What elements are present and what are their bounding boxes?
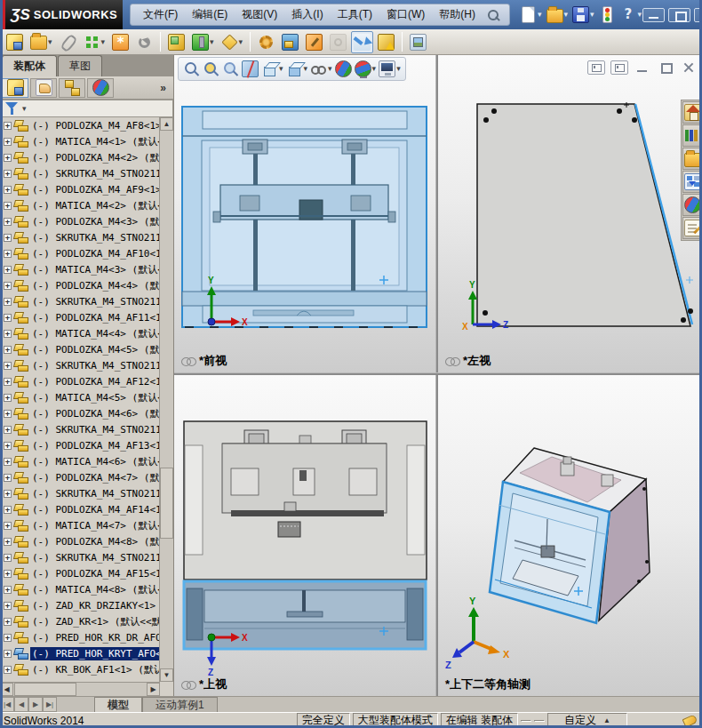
- expand-toggle[interactable]: +: [4, 618, 12, 626]
- help-button[interactable]: ▾: [619, 5, 643, 24]
- open-file-button[interactable]: ▾: [546, 6, 570, 24]
- expand-toggle[interactable]: +: [4, 266, 12, 274]
- propertymanager-tab-button[interactable]: [30, 78, 57, 98]
- dropdown-caret-icon[interactable]: ▾: [101, 38, 106, 46]
- section-view-button[interactable]: [242, 60, 259, 77]
- dropdown-caret-icon[interactable]: ▾: [279, 65, 283, 73]
- viewport-isometric[interactable]: Y X Z *上下二等角轴测: [438, 375, 702, 696]
- tree-item[interactable]: +(-) PODLOZKA_M4<3> (默认: [0, 213, 159, 229]
- expand-toggle[interactable]: +: [4, 458, 12, 466]
- dropdown-caret-icon[interactable]: ▾: [638, 11, 642, 19]
- interference-detection-button[interactable]: [255, 31, 277, 53]
- expand-toggle[interactable]: +: [4, 666, 12, 674]
- tree-item[interactable]: +(-) MATICA_M4<6> (默认<: [0, 453, 159, 469]
- expand-toggle[interactable]: +: [4, 442, 12, 450]
- expand-toggle[interactable]: +: [4, 138, 12, 146]
- viewport-splitter-vertical[interactable]: [435, 55, 438, 696]
- expand-toggle[interactable]: +: [4, 426, 12, 434]
- expand-toggle[interactable]: +: [4, 346, 12, 354]
- menu-item[interactable]: 视图(V): [235, 7, 284, 22]
- tree-item[interactable]: +(-) PRED_HOR_KR_DR_AFO<: [0, 629, 159, 645]
- previous-tab-button[interactable]: ◀: [14, 697, 28, 712]
- expand-toggle[interactable]: +: [4, 362, 12, 370]
- tree-item[interactable]: +(-) PODLOZKA_M4<7> (默认: [0, 469, 159, 485]
- tree-item[interactable]: +(-) PODLOZKA_M4_AF12<1>: [0, 373, 159, 389]
- custom-properties-button[interactable]: [682, 217, 702, 239]
- tree-item[interactable]: +(-) SKRUTKA_M4_STNO2114: [0, 229, 159, 245]
- expand-toggle[interactable]: +: [4, 122, 12, 130]
- tree-item[interactable]: +(-) MATICA_M4<3> (默认<: [0, 261, 159, 277]
- expand-toggle[interactable]: +: [4, 570, 12, 578]
- viewport-top[interactable]: X Z *上视: [174, 375, 435, 696]
- expand-toggle[interactable]: +: [4, 650, 12, 658]
- tree-item[interactable]: +(-) MATICA_M4<4> (默认<: [0, 325, 159, 341]
- viewport-front[interactable]: Y X *前视: [174, 55, 435, 372]
- display-style-button[interactable]: ▾: [286, 60, 308, 77]
- next-tab-button[interactable]: ▶: [28, 697, 43, 712]
- doc-close-button[interactable]: [680, 60, 698, 75]
- configurationmanager-tab-button[interactable]: [59, 78, 85, 98]
- expand-toggle[interactable]: +: [4, 218, 12, 226]
- expand-toggle[interactable]: +: [4, 154, 12, 162]
- large-assembly-mode-button[interactable]: [351, 31, 373, 53]
- tree-item[interactable]: +(-) PODLOZKA_M4<5> (默认: [0, 341, 159, 357]
- expand-toggle[interactable]: +: [4, 554, 12, 562]
- first-tab-button[interactable]: |◀: [0, 697, 14, 712]
- tree-item[interactable]: +(-) SKRUTKA_M4_STNO2114: [0, 485, 159, 501]
- tree-item[interactable]: +(-) PODLOZKA_M4<4> (默认: [0, 277, 159, 293]
- expand-chevron-icon[interactable]: »: [160, 82, 166, 94]
- tree-item[interactable]: +(-) MATICA_M4<2> (默认<: [0, 197, 159, 213]
- tree-item[interactable]: +(-) PODLOZKA_M4<2> (默认: [0, 149, 159, 165]
- dropdown-caret-icon[interactable]: ▾: [328, 65, 332, 73]
- magnified-selection-button[interactable]: [222, 60, 239, 77]
- doc-restore-button[interactable]: [657, 60, 674, 75]
- status-custom-menu[interactable]: 自定义 ▲: [547, 713, 627, 728]
- tree-item[interactable]: +(-) SKRUTKA_M4_STNO2114: [0, 357, 159, 373]
- tree-item[interactable]: +(-) SKRUTKA_M4_STNO2114: [0, 549, 159, 565]
- appearances-scenes-button[interactable]: [682, 194, 702, 216]
- scroll-right-button[interactable]: ▶: [147, 683, 160, 696]
- tree-vertical-scrollbar[interactable]: ▲ ▼: [159, 117, 173, 682]
- dropdown-caret-icon[interactable]: ▾: [210, 38, 214, 46]
- expand-toggle[interactable]: +: [4, 490, 12, 498]
- minimize-button[interactable]: [642, 8, 665, 22]
- apply-scene-button[interactable]: ▾: [355, 60, 377, 77]
- expand-toggle[interactable]: +: [4, 506, 12, 514]
- expand-toggle[interactable]: +: [4, 474, 12, 482]
- expand-toggle[interactable]: +: [4, 634, 12, 642]
- edit-component-button[interactable]: [303, 31, 325, 53]
- tab-sketch[interactable]: 草图: [58, 55, 102, 76]
- expand-toggle[interactable]: +: [4, 522, 12, 530]
- tree-item[interactable]: +(-) PODLOZKA_M4_AF9<1>: [0, 181, 159, 197]
- new-file-button[interactable]: ▾: [519, 5, 543, 24]
- tree-item[interactable]: +(-) SKRUTKA_M4_STNO2114: [0, 421, 159, 437]
- zoom-to-area-button[interactable]: [203, 60, 219, 77]
- view-orientation-button[interactable]: ▾: [261, 60, 283, 77]
- tree-item[interactable]: +(-) PRED_HOR_KRYT_AFO<1: [0, 645, 159, 661]
- assembly-features-button[interactable]: ▾: [189, 31, 217, 53]
- linear-component-pattern-button[interactable]: ▾: [81, 31, 108, 53]
- expand-toggle[interactable]: +: [4, 538, 12, 546]
- expand-toggle[interactable]: +: [4, 250, 12, 258]
- tree-item[interactable]: +(-) PODLOZKA_M4_AF15<1>: [0, 565, 159, 581]
- search-icon[interactable]: [486, 8, 500, 22]
- dropdown-caret-icon[interactable]: ▾: [239, 38, 243, 46]
- filter-funnel-icon[interactable]: [4, 100, 20, 117]
- tree-item[interactable]: +(-) MATICA_M4<8> (默认<: [0, 581, 159, 597]
- tree-item[interactable]: +(-) SKRUTKA_M4_STNO2114: [0, 293, 159, 309]
- tree-filter-bar[interactable]: ▾: [0, 100, 173, 117]
- menu-item[interactable]: 窗口(W): [379, 7, 432, 22]
- tree-item[interactable]: +(-) PODLOZKA_M4<6> (默认: [0, 405, 159, 421]
- tree-item[interactable]: +(-) MATICA_M4<1> (默认<: [0, 133, 159, 149]
- expand-toggle[interactable]: +: [4, 410, 12, 418]
- tree-item[interactable]: +(-) MATICA_M4<5> (默认<: [0, 389, 159, 405]
- expand-toggle[interactable]: +: [4, 186, 12, 194]
- featuremanager-tab-button[interactable]: [2, 78, 28, 98]
- solidworks-resources-button[interactable]: [682, 101, 702, 124]
- menu-item[interactable]: 文件(F): [136, 7, 185, 22]
- menu-item[interactable]: 编辑(E): [185, 7, 235, 22]
- expand-toggle[interactable]: +: [4, 282, 12, 290]
- menu-item[interactable]: 工具(T): [331, 7, 379, 22]
- expand-toggle[interactable]: +: [4, 170, 12, 178]
- dropdown-caret-icon[interactable]: ▾: [304, 65, 308, 73]
